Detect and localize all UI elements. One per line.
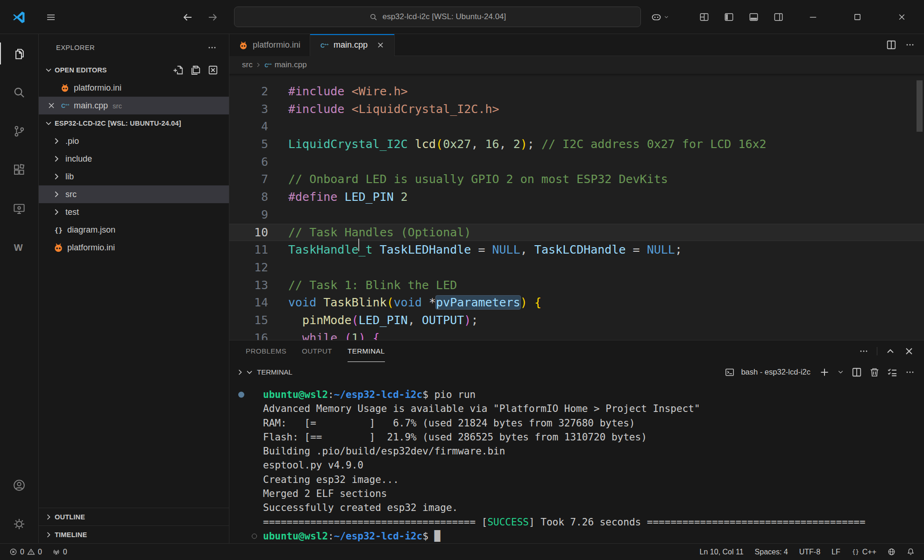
workbench: W EXPLORER OPEN EDITORS platformio.iniC+… bbox=[0, 34, 924, 543]
panel-tab-problems[interactable]: PROBLEMS bbox=[246, 340, 286, 362]
kill-terminal-icon[interactable] bbox=[869, 367, 880, 378]
copilot-icon bbox=[651, 12, 662, 23]
svg-text:++: ++ bbox=[324, 43, 329, 47]
tab-platformio.ini[interactable]: platformio.ini bbox=[229, 34, 310, 56]
terminal-actions: bash - esp32-lcd-i2c bbox=[725, 367, 924, 378]
line-number: 7 bbox=[229, 170, 288, 188]
explorer-more-actions-icon[interactable] bbox=[206, 42, 218, 53]
code-text: #define LED_PIN 2 bbox=[288, 188, 408, 206]
close-tab-icon[interactable] bbox=[376, 41, 385, 50]
open-editor-item[interactable]: C++main.cppsrc bbox=[39, 97, 229, 114]
copilot-button[interactable] bbox=[645, 0, 675, 34]
chevron-right-icon[interactable] bbox=[235, 368, 245, 377]
toggle-panel-icon[interactable] bbox=[741, 0, 766, 34]
code-text: pinMode(LED_PIN, OUTPUT); bbox=[288, 312, 478, 329]
close-panel-icon[interactable] bbox=[903, 346, 915, 357]
terminal-profile-dropdown-icon[interactable] bbox=[837, 368, 845, 376]
activity-item-remote-explorer[interactable] bbox=[0, 189, 38, 228]
toggle-secondary-sidebar-icon[interactable] bbox=[766, 0, 791, 34]
code-line-14: 14void TaskBlink(void *pvParameters) { bbox=[229, 294, 924, 312]
terminal-line: Successfully created esp32 image. bbox=[263, 501, 924, 515]
panel-tab-terminal[interactable]: TERMINAL bbox=[348, 340, 385, 362]
maximize-button[interactable] bbox=[835, 0, 880, 34]
close-window-button[interactable] bbox=[880, 0, 924, 34]
breadcrumb-item[interactable]: src bbox=[242, 60, 253, 70]
problems-status[interactable]: 0 0 bbox=[6, 546, 46, 559]
tree-item-lib[interactable]: lib bbox=[39, 168, 229, 185]
close-editor-icon[interactable] bbox=[47, 101, 56, 110]
chevron-down-icon[interactable] bbox=[245, 368, 254, 377]
explorer-title: EXPLORER bbox=[56, 44, 95, 51]
platformio-file-icon bbox=[53, 242, 64, 253]
title-bar: esp32-lcd-i2c [WSL: Ubuntu-24.04] bbox=[0, 0, 924, 34]
line-number: 4 bbox=[229, 118, 288, 135]
panel-tab-output[interactable]: OUTPUT bbox=[302, 340, 332, 362]
indentation[interactable]: Spaces: 4 bbox=[751, 546, 792, 559]
tab-main.cpp[interactable]: C++main.cpp bbox=[310, 34, 395, 56]
radio-tower-icon bbox=[52, 548, 60, 556]
cursor-position[interactable]: Ln 10, Col 11 bbox=[696, 546, 747, 559]
braces-icon: {} bbox=[852, 548, 860, 556]
line-number: 6 bbox=[229, 153, 288, 171]
line-number: 12 bbox=[229, 259, 288, 276]
breadcrumbs: srcC++main.cpp bbox=[229, 56, 924, 74]
code-editor[interactable]: 2#include <Wire.h>3#include <LiquidCryst… bbox=[229, 74, 924, 340]
section-label: OUTLINE bbox=[55, 513, 85, 521]
terminal-command-decoration[interactable] bbox=[238, 392, 244, 398]
panel-more-actions-icon[interactable] bbox=[858, 346, 869, 357]
maximize-panel-icon[interactable] bbox=[885, 346, 896, 357]
forward-button[interactable] bbox=[207, 0, 219, 34]
ports-status[interactable]: 0 bbox=[49, 546, 71, 559]
terminal[interactable]: ubuntu@wsl2:~/esp32-lcd-i2c$ pio runAdva… bbox=[229, 382, 924, 543]
tree-item-.pio[interactable]: .pio bbox=[39, 132, 229, 150]
split-editor-icon[interactable] bbox=[886, 39, 897, 50]
split-terminal-icon[interactable] bbox=[851, 367, 862, 378]
section-header-outline[interactable]: OUTLINE bbox=[39, 508, 229, 525]
tree-item-test[interactable]: test bbox=[39, 203, 229, 221]
activity-item-source-control[interactable] bbox=[0, 112, 38, 150]
command-center-search[interactable]: esp32-lcd-i2c [WSL: Ubuntu-24.04] bbox=[234, 7, 641, 27]
tree-item-platformio.ini[interactable]: platformio.ini bbox=[39, 239, 229, 256]
open-editor-item[interactable]: platformio.ini bbox=[39, 79, 229, 97]
terminal-shell-label[interactable]: bash - esp32-lcd-i2c bbox=[741, 368, 810, 376]
language-mode[interactable]: {} C++ bbox=[848, 546, 880, 559]
eol-sequence[interactable]: LF bbox=[828, 546, 844, 559]
customize-layout-icon[interactable] bbox=[692, 0, 717, 34]
activity-item-search[interactable] bbox=[0, 73, 38, 112]
terminal-more-actions-icon[interactable] bbox=[904, 367, 916, 378]
open-editors-header[interactable]: OPEN EDITORS bbox=[39, 61, 229, 79]
activity-item-explorer[interactable] bbox=[0, 34, 38, 73]
terminal-command-decoration[interactable] bbox=[252, 534, 257, 539]
tree-item-src[interactable]: src bbox=[39, 185, 229, 203]
notifications[interactable] bbox=[903, 546, 918, 559]
activity-item-wokwi[interactable]: W bbox=[0, 228, 38, 267]
terminal-launch-profiles-icon[interactable] bbox=[887, 367, 898, 378]
tree-item-diagram.json[interactable]: {}diagram.json bbox=[39, 221, 229, 239]
encoding[interactable]: UTF-8 bbox=[796, 546, 824, 559]
code-line-11: 11TaskHandle_t TaskLEDHandle = NULL, Tas… bbox=[229, 241, 924, 259]
code-lines: 2#include <Wire.h>3#include <LiquidCryst… bbox=[229, 74, 924, 340]
back-button[interactable] bbox=[182, 0, 194, 34]
workspace-folder-header[interactable]: ESP32-LCD-I2C [WSL: UBUNTU-24.04] bbox=[39, 114, 229, 132]
toggle-primary-sidebar-icon[interactable] bbox=[717, 0, 741, 34]
activity-item-settings[interactable] bbox=[0, 504, 38, 543]
code-line-12: 12 bbox=[229, 259, 924, 276]
line-number: 15 bbox=[229, 312, 288, 329]
new-untitled-file-icon[interactable] bbox=[173, 64, 184, 76]
tree-item-include[interactable]: include bbox=[39, 150, 229, 168]
new-terminal-icon[interactable] bbox=[819, 367, 830, 378]
line-number: 9 bbox=[229, 206, 288, 224]
activity-item-account[interactable] bbox=[0, 466, 38, 504]
activity-item-extensions[interactable] bbox=[0, 150, 38, 189]
breadcrumb-item[interactable]: main.cpp bbox=[275, 60, 307, 70]
minimize-button[interactable] bbox=[791, 0, 835, 34]
editor-scrollbar[interactable] bbox=[917, 80, 923, 132]
section-header-timeline[interactable]: TIMELINE bbox=[39, 525, 229, 543]
menu-icon[interactable] bbox=[45, 0, 57, 34]
editor-more-actions-icon[interactable] bbox=[904, 39, 916, 50]
terminal-view-header: TERMINAL bash - esp32-lcd-i2c bbox=[229, 362, 924, 382]
close-all-editors-icon[interactable] bbox=[207, 64, 219, 76]
terminal-line: Advanced Memory Usage is available via "… bbox=[263, 402, 924, 416]
save-all-icon[interactable] bbox=[190, 64, 201, 76]
network-status[interactable] bbox=[884, 546, 899, 559]
